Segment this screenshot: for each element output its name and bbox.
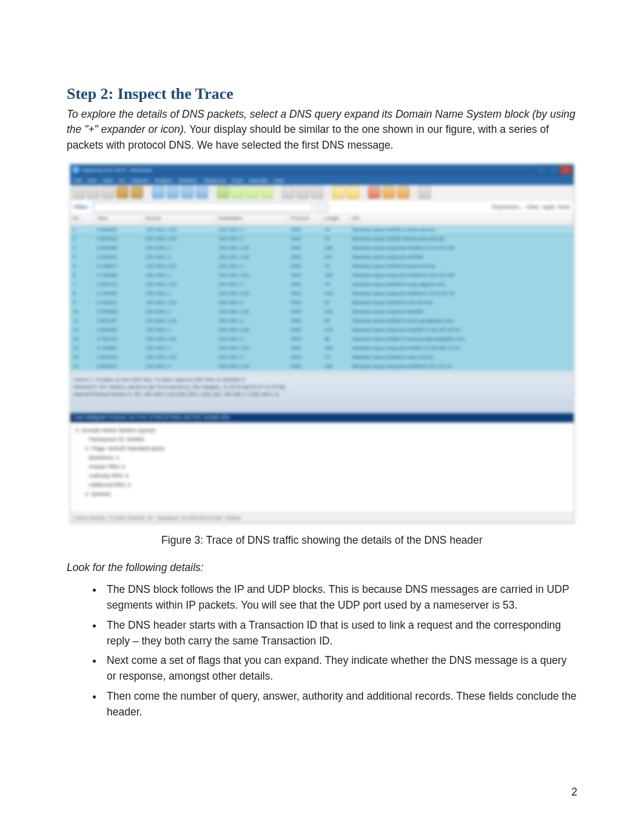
toolbar-btn-close-icon[interactable]	[102, 186, 114, 198]
packet-cell: 192.168.1.122	[216, 253, 289, 262]
detail-frame[interactable]: Frame 1: 74 bytes on wire (592 bits), 74…	[74, 376, 570, 384]
toolbar-btn-save-icon[interactable]	[87, 186, 99, 198]
packet-row[interactable]: 20.000412192.168.1.122192.168.1.1DNS74St…	[70, 235, 574, 244]
toolbar-btn-open-icon[interactable]	[73, 186, 85, 198]
packet-cell: 192.168.1.1	[216, 299, 289, 308]
menu-statistics[interactable]: Statistics	[178, 178, 198, 183]
toolbar-btn-prefs-icon[interactable]	[397, 186, 409, 198]
packet-cell: 0.108017	[95, 262, 143, 271]
packet-row[interactable]: 120.634492192.168.1.1192.168.1.122DNS176…	[70, 326, 574, 335]
packet-row[interactable]: 140.735881192.168.1.1192.168.1.122DNS190…	[70, 344, 574, 353]
toolbar-btn-start-icon[interactable]	[217, 186, 229, 198]
dns-queries[interactable]: Queries	[75, 490, 569, 499]
toolbar-btn-filter-icon[interactable]	[383, 186, 395, 198]
packet-row[interactable]: 150.801004192.168.1.122192.168.1.1DNS74S…	[70, 353, 574, 362]
toolbar-btn-options-icon[interactable]	[232, 186, 244, 198]
filter-label: Filter:	[74, 204, 89, 210]
packet-row[interactable]: 90.510221192.168.1.122192.168.1.1DNS82St…	[70, 299, 574, 308]
menu-file[interactable]: File	[74, 178, 82, 183]
menu-analyze[interactable]: Analyze	[155, 178, 172, 183]
dns-root[interactable]: Domain Name System (query)	[75, 426, 569, 435]
packet-cell: Standard query 0x0004 A ocsp.digicert.co…	[349, 280, 574, 289]
menu-capture[interactable]: Capture	[132, 178, 149, 183]
toolbar-btn-restart-icon[interactable]	[131, 186, 143, 198]
col-time[interactable]: Time	[95, 214, 143, 225]
packet-cell: 74	[322, 226, 349, 235]
dns-additional: Additional RRs: 0	[75, 481, 569, 490]
packet-row[interactable]: 10.000000192.168.1.122192.168.1.1DNS74St…	[70, 226, 574, 235]
toolbar-btn-zoom-in-icon[interactable]	[282, 186, 294, 198]
col-source[interactable]: Source	[143, 214, 216, 225]
minimize-icon[interactable]	[536, 166, 547, 174]
packet-cell: 0.634492	[95, 326, 143, 335]
col-length[interactable]: Length	[322, 214, 349, 225]
menu-view[interactable]: View	[102, 178, 113, 183]
packet-row[interactable]: 50.108017192.168.1.122192.168.1.1DNS74St…	[70, 262, 574, 271]
toolbar-btn-resize-icon[interactable]	[332, 186, 344, 198]
packet-row[interactable]: 80.233484192.168.1.1192.168.1.122DNS224S…	[70, 289, 574, 299]
packet-cell: 16	[70, 362, 95, 371]
packet-row[interactable]: 60.142650192.168.1.1192.168.1.122DNS106S…	[70, 271, 574, 280]
menu-go[interactable]: Go	[119, 178, 126, 183]
packet-cell: DNS	[289, 262, 322, 271]
packet-cell: 192.168.1.1	[143, 253, 216, 262]
packet-row[interactable]: 30.034908192.168.1.1192.168.1.122DNS106S…	[70, 244, 574, 253]
close-icon[interactable]	[560, 166, 571, 174]
toolbar-btn-capture-icon[interactable]	[116, 186, 129, 198]
col-protocol[interactable]: Protocol	[289, 214, 322, 225]
packet-cell: 0.735881	[95, 344, 143, 353]
toolbar-btn-next-icon[interactable]	[181, 186, 193, 198]
menu-telephony[interactable]: Telephony	[204, 178, 226, 183]
packet-row[interactable]: 100.545008192.168.1.1192.168.1.122DNS150…	[70, 308, 574, 317]
packet-cell: 192.168.1.1	[216, 317, 289, 326]
col-no[interactable]: No.	[70, 214, 95, 225]
packet-cell: 192.168.1.122	[216, 289, 289, 299]
packet-row[interactable]: 40.035221192.168.1.1192.168.1.122DNS131S…	[70, 253, 574, 262]
menu-tools[interactable]: Tools	[232, 178, 243, 183]
menu-edit[interactable]: Edit	[88, 178, 96, 183]
packet-cell: 192.168.1.1	[216, 280, 289, 289]
toolbar-btn-help-icon[interactable]	[418, 186, 431, 198]
toolbar-btn-colorize-icon[interactable]	[261, 186, 273, 198]
toolbar-btn-zoom-fit-icon[interactable]	[311, 186, 323, 198]
look-for-heading: Look for the following details:	[67, 561, 577, 574]
filter-input[interactable]	[93, 202, 312, 212]
menu-help[interactable]: Help	[273, 178, 283, 183]
toolbar-btn-stop2-icon[interactable]	[368, 186, 380, 198]
packet-cell: DNS	[289, 226, 322, 235]
packet-cell: 2	[70, 235, 95, 244]
toolbar-btn-columns-icon[interactable]	[347, 186, 359, 198]
filter-dropdown-icon[interactable]	[316, 202, 328, 212]
toolbar-btn-goto-icon[interactable]	[196, 186, 208, 198]
packet-list[interactable]: 10.000000192.168.1.122192.168.1.1DNS74St…	[70, 226, 574, 373]
toolbar-btn-zoom-out-icon[interactable]	[297, 186, 309, 198]
dns-flags[interactable]: Flags: 0x0100 Standard query	[75, 444, 569, 453]
menu-internals[interactable]: Internals	[249, 178, 268, 183]
maximize-icon[interactable]	[548, 166, 559, 174]
detail-ip[interactable]: Internet Protocol Version 4, Src: 192.16…	[74, 391, 570, 398]
packet-row[interactable]: 130.702115192.168.1.122192.168.1.1DNS88S…	[70, 335, 574, 344]
toolbar-separator2	[212, 187, 213, 198]
packet-row[interactable]: 110.601337192.168.1.122192.168.1.1DNS86S…	[70, 317, 574, 326]
packet-cell: Standard query response 0x0005	[349, 308, 574, 317]
col-info[interactable]: Info	[349, 214, 574, 225]
packet-row[interactable]: 70.201114192.168.1.122192.168.1.1DNS78St…	[70, 280, 574, 289]
apply-link[interactable]: Apply	[542, 204, 555, 210]
packet-cell: 192.168.1.122	[216, 244, 289, 253]
save-link[interactable]: Save	[557, 204, 570, 210]
packet-cell: 192.168.1.1	[216, 262, 289, 271]
packet-cell: 86	[322, 317, 349, 326]
packet-row[interactable]: 160.834221192.168.1.1192.168.1.122DNS106…	[70, 362, 574, 371]
packet-cell: DNS	[289, 326, 322, 335]
clear-link[interactable]: Clear	[526, 204, 539, 210]
packet-cell: 74	[322, 262, 349, 271]
status-bar: Frame (frame), 74 bytes Packets: 42 · Di…	[70, 512, 574, 522]
app-icon	[73, 167, 79, 173]
detail-eth[interactable]: Ethernet II, Src: IntelCor_aa:bb:cc (ac:…	[74, 384, 570, 391]
col-dest[interactable]: Destination	[216, 214, 289, 225]
toolbar-btn-find-icon[interactable]	[152, 186, 164, 198]
toolbar-btn-stop-icon[interactable]	[246, 186, 258, 198]
detail-udp-selected[interactable]: User Datagram Protocol, Src Port: 57189 …	[70, 413, 574, 422]
expression-link[interactable]: Expression...	[492, 204, 523, 210]
toolbar-btn-prev-icon[interactable]	[167, 186, 179, 198]
